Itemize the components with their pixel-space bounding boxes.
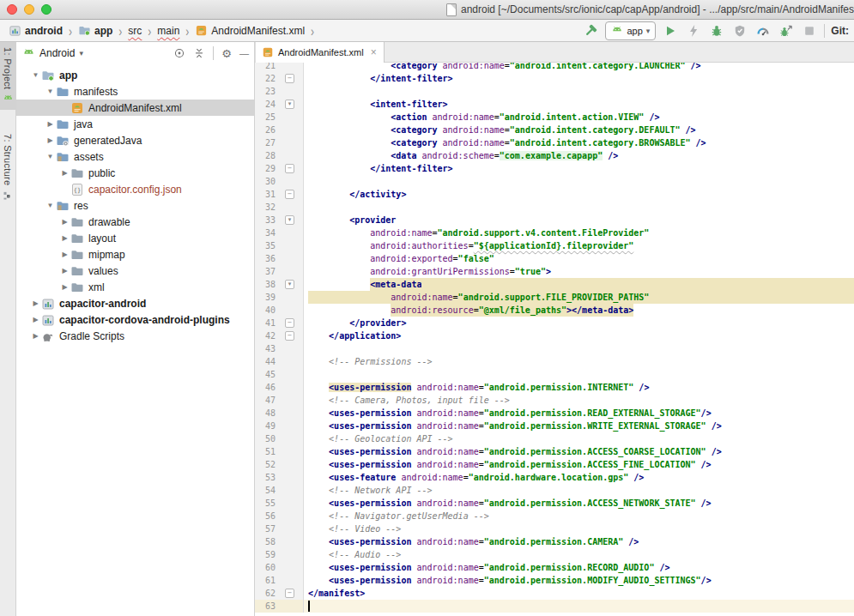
tree-item-capacitor-android[interactable]: ▶capacitor-android	[16, 295, 254, 311]
code-line-29[interactable]: 29− </intent-filter>	[255, 162, 854, 175]
code-line-37[interactable]: 37 android:grantUriPermissions="true">	[255, 265, 854, 278]
code-line-41[interactable]: 41− </provider>	[255, 317, 854, 329]
code-text[interactable]: <uses-permission android:name="android.p…	[304, 381, 854, 394]
code-text[interactable]: </application>	[304, 329, 854, 342]
tree-item-xml[interactable]: ▶xml	[16, 279, 254, 295]
tree-item-values[interactable]: ▶values	[16, 263, 254, 279]
tree-item-mipmap[interactable]: ▶mipmap	[16, 246, 254, 263]
code-editor[interactable]: 21 <category android:name="android.inten…	[255, 63, 854, 616]
code-line-42[interactable]: 42− </application>	[255, 329, 854, 342]
code-text[interactable]: <uses-permission android:name="android.p…	[304, 535, 854, 548]
tree-item-layout[interactable]: ▶layout	[16, 230, 254, 246]
code-line-44[interactable]: 44 <!-- Permissions -->	[255, 355, 854, 368]
code-text[interactable]: <!-- Camera, Photos, input file -->	[304, 394, 854, 407]
chevron-collapsed-icon[interactable]: ▶	[30, 316, 41, 323]
code-line-60[interactable]: 60 <uses-permission android:name="androi…	[255, 561, 854, 574]
zoom-window-button[interactable]	[41, 4, 51, 15]
tree-item-capacitor-cordova-android-plugins[interactable]: ▶capacitor-cordova-android-plugins	[16, 311, 254, 328]
tree-item-app[interactable]: ▼app	[16, 67, 254, 83]
code-line-47[interactable]: 47 <!-- Camera, Photos, input file -->	[255, 394, 854, 407]
code-text[interactable]	[304, 85, 854, 98]
code-line-62[interactable]: 62−</manifest>	[255, 587, 854, 600]
code-line-39[interactable]: 39 android:name="android.support.FILE_PR…	[255, 291, 854, 304]
code-text[interactable]: android:resource="@xml/file_paths"></met…	[304, 304, 854, 317]
chevron-expanded-icon[interactable]: ▼	[45, 153, 56, 160]
code-text[interactable]: <category android:name="android.intent.c…	[304, 136, 854, 149]
chevron-collapsed-icon[interactable]: ▶	[59, 267, 70, 275]
fold-collapse-icon[interactable]: −	[285, 190, 294, 199]
code-line-38[interactable]: 38▾ <meta-data	[255, 278, 854, 291]
code-text[interactable]: <uses-feature android:name="android.hard…	[304, 471, 854, 484]
code-line-56[interactable]: 56 <!-- Navigator.getUserMedia -->	[255, 510, 854, 522]
code-line-31[interactable]: 31− </activity>	[255, 188, 854, 201]
stop-button[interactable]	[801, 22, 818, 39]
chevron-collapsed-icon[interactable]: ▶	[45, 120, 56, 128]
code-line-35[interactable]: 35 android:authorities="${applicationId}…	[255, 239, 854, 252]
tree-item-androidmanifest-xml[interactable]: AndroidManifest.xml	[16, 100, 254, 116]
code-text[interactable]: </intent-filter>	[304, 72, 854, 85]
build-hammer-button[interactable]	[582, 22, 599, 39]
breadcrumb-item-src[interactable]: src	[126, 25, 143, 37]
profiler-button[interactable]	[754, 22, 772, 39]
fold-collapse-icon[interactable]: −	[285, 331, 294, 341]
code-line-48[interactable]: 48 <uses-permission android:name="androi…	[255, 407, 854, 420]
tree-item-assets[interactable]: ▼assets	[16, 148, 254, 165]
code-line-21[interactable]: 21 <category android:name="android.inten…	[255, 63, 854, 72]
code-text[interactable]: <!-- Video -->	[304, 522, 854, 535]
fold-collapse-icon[interactable]: −	[285, 589, 294, 598]
code-text[interactable]	[304, 201, 854, 214]
code-line-49[interactable]: 49 <uses-permission android:name="androi…	[255, 420, 854, 432]
chevron-collapsed-icon[interactable]: ▶	[59, 169, 70, 177]
close-tab-icon[interactable]: ×	[368, 46, 377, 58]
chevron-collapsed-icon[interactable]: ▶	[59, 251, 70, 258]
code-line-50[interactable]: 50 <!-- Geolocation API -->	[255, 432, 854, 445]
code-text[interactable]	[304, 600, 854, 613]
code-text[interactable]: <!-- Navigator.getUserMedia -->	[304, 510, 854, 522]
chevron-collapsed-icon[interactable]: ▶	[30, 332, 41, 340]
run-button[interactable]	[662, 22, 679, 39]
chevron-expanded-icon[interactable]: ▼	[45, 88, 56, 95]
code-text[interactable]: <!-- Audio -->	[304, 548, 854, 561]
fold-region-icon[interactable]: ▾	[285, 280, 294, 289]
code-line-23[interactable]: 23	[255, 85, 854, 98]
collapse-all-button[interactable]	[193, 47, 205, 59]
code-line-40[interactable]: 40 android:resource="@xml/file_paths"></…	[255, 304, 854, 317]
code-line-36[interactable]: 36 android:exported="false"	[255, 252, 854, 265]
tree-item-res[interactable]: ▼res	[16, 197, 254, 214]
code-line-53[interactable]: 53 <uses-feature android:name="android.h…	[255, 471, 854, 484]
code-text[interactable]: <uses-permission android:name="android.p…	[304, 497, 854, 510]
chevron-collapsed-icon[interactable]: ▶	[45, 136, 56, 144]
code-line-34[interactable]: 34 android:name="android.support.v4.cont…	[255, 226, 854, 239]
code-text[interactable]	[304, 368, 854, 381]
hide-panel-button[interactable]: —	[239, 48, 249, 58]
tree-item-java[interactable]: ▶java	[16, 116, 254, 132]
code-text[interactable]: <category android:name="android.intent.c…	[304, 63, 854, 72]
code-line-32[interactable]: 32	[255, 201, 854, 214]
code-text[interactable]: <meta-data	[304, 278, 854, 291]
code-line-61[interactable]: 61 <uses-permission android:name="androi…	[255, 574, 854, 587]
fold-collapse-icon[interactable]: −	[285, 164, 294, 173]
code-line-45[interactable]: 45	[255, 368, 854, 381]
code-text[interactable]: <!-- Geolocation API -->	[304, 432, 854, 445]
code-text[interactable]	[304, 175, 854, 188]
chevron-collapsed-icon[interactable]: ▶	[59, 283, 70, 291]
code-text[interactable]: <intent-filter>	[304, 98, 854, 111]
code-text[interactable]: android:name="android.support.v4.content…	[304, 226, 854, 239]
tool-button-project[interactable]: 1: Project	[0, 42, 15, 110]
code-line-43[interactable]: 43	[255, 342, 854, 355]
code-text[interactable]: <uses-permission android:name="android.p…	[304, 420, 854, 432]
code-text[interactable]: android:exported="false"	[304, 252, 854, 265]
close-window-button[interactable]	[7, 4, 17, 15]
code-text[interactable]: android:authorities="${applicationId}.fi…	[304, 239, 854, 252]
tree-item-drawable[interactable]: ▶drawable	[16, 214, 254, 230]
code-line-51[interactable]: 51 <uses-permission android:name="androi…	[255, 445, 854, 458]
code-line-24[interactable]: 24▾ <intent-filter>	[255, 98, 854, 111]
project-view-selector[interactable]: Android	[39, 47, 75, 59]
tree-item-manifests[interactable]: ▼manifests	[16, 83, 254, 100]
code-text[interactable]: <action android:name="android.intent.act…	[304, 111, 854, 124]
fold-collapse-icon[interactable]: −	[285, 74, 294, 83]
code-line-55[interactable]: 55 <uses-permission android:name="androi…	[255, 497, 854, 510]
code-line-25[interactable]: 25 <action android:name="android.intent.…	[255, 111, 854, 124]
code-text[interactable]	[304, 342, 854, 355]
code-text[interactable]: android:name="android.support.FILE_PROVI…	[304, 291, 854, 304]
